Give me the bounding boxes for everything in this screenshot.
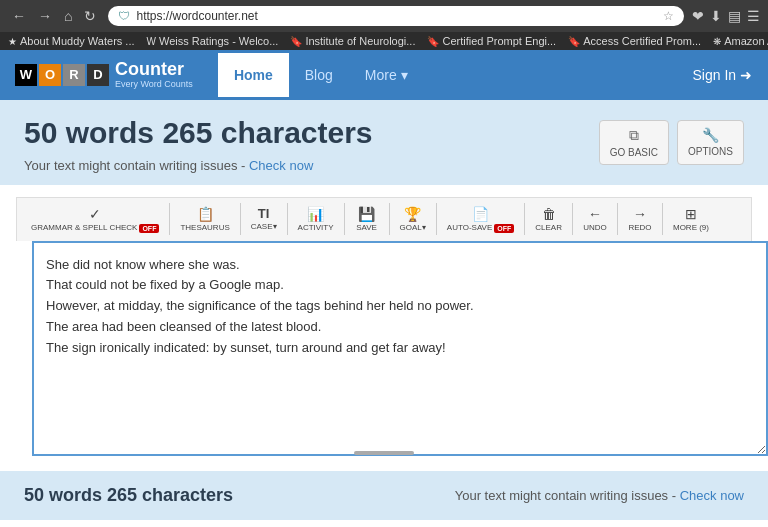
activity-label: ACTIVITY bbox=[298, 224, 334, 233]
bookmark-label-5: Access Certified Prom... bbox=[583, 35, 701, 47]
options-icon: 🔧 bbox=[702, 127, 719, 143]
site-logo[interactable]: W O R D Counter Every Word Counts bbox=[0, 50, 208, 100]
bookmarks-bar: ★ About Muddy Waters ... W Weiss Ratings… bbox=[0, 32, 768, 50]
divider-8 bbox=[572, 203, 573, 235]
case-icon: TI bbox=[258, 206, 270, 221]
footer-issues: Your text might contain writing issues -… bbox=[455, 488, 744, 503]
options-label: OPTIONS bbox=[688, 146, 733, 157]
menu-icon[interactable]: ☰ bbox=[747, 8, 760, 24]
thesaurus-button[interactable]: 📋 THESAURUS bbox=[174, 202, 235, 237]
security-icon: 🛡 bbox=[118, 9, 130, 23]
go-basic-button[interactable]: ⧉ GO BASIC bbox=[599, 120, 669, 165]
redo-icon: → bbox=[633, 206, 647, 222]
more-button[interactable]: ⊞ MORE (9) bbox=[667, 202, 715, 237]
bookmark-icon-6: ❋ bbox=[713, 36, 721, 47]
bookmark-weiss[interactable]: W Weiss Ratings - Welco... bbox=[147, 35, 279, 47]
undo-button[interactable]: ← UNDO bbox=[577, 202, 613, 237]
home-button[interactable]: ⌂ bbox=[60, 6, 76, 26]
footer-issues-prefix: Your text might contain writing issues - bbox=[455, 488, 680, 503]
auto-save-badge: OFF bbox=[494, 224, 514, 233]
check-now-link[interactable]: Check now bbox=[249, 158, 313, 173]
bookmark-label-6: Amazon Ads fo... bbox=[724, 35, 768, 47]
bookmark-icon-3: 🔖 bbox=[290, 36, 302, 47]
logo-o: O bbox=[39, 64, 61, 86]
url-text: https://wordcounter.net bbox=[136, 9, 657, 23]
divider-7 bbox=[524, 203, 525, 235]
logo-d: D bbox=[87, 64, 109, 86]
bookmark-icon-2: W bbox=[147, 36, 156, 47]
pocket-icon[interactable]: ❤ bbox=[692, 8, 704, 24]
bookmark-neuro[interactable]: 🔖 Institute of Neurologi... bbox=[290, 35, 415, 47]
goal-label: GOAL▾ bbox=[400, 224, 426, 233]
footer-stats: 50 words 265 characters Your text might … bbox=[0, 471, 768, 520]
nav-buttons: ← → ⌂ ↻ bbox=[8, 6, 100, 26]
check-icon: ✓ bbox=[89, 206, 101, 222]
bookmark-access[interactable]: 🔖 Access Certified Prom... bbox=[568, 35, 701, 47]
bookmark-amazon[interactable]: ❋ Amazon Ads fo... bbox=[713, 35, 768, 47]
nav-blog[interactable]: Blog bbox=[289, 53, 349, 97]
logo-word: W O R D bbox=[15, 64, 109, 86]
library-icon[interactable]: ▤ bbox=[728, 8, 741, 24]
address-bar[interactable]: 🛡 https://wordcounter.net ☆ bbox=[108, 6, 684, 26]
forward-button[interactable]: → bbox=[34, 6, 56, 26]
bookmark-prompt[interactable]: 🔖 Certified Prompt Engi... bbox=[427, 35, 556, 47]
writing-issues-text: Your text might contain writing issues -… bbox=[24, 158, 373, 173]
divider-2 bbox=[240, 203, 241, 235]
divider-3 bbox=[287, 203, 288, 235]
stats-header-left: 50 words 265 characters Your text might … bbox=[24, 116, 373, 173]
divider-4 bbox=[344, 203, 345, 235]
logo-counter: Counter bbox=[115, 60, 193, 80]
sign-in-button[interactable]: Sign In ➜ bbox=[677, 53, 768, 97]
editor-wrapper: She did not know where she was. That cou… bbox=[16, 241, 752, 459]
save-label: SAVE bbox=[356, 224, 377, 233]
redo-label: REDO bbox=[628, 224, 651, 233]
auto-save-icon: 📄 bbox=[472, 206, 489, 222]
auto-save-label: AUTO-SAVE bbox=[447, 224, 493, 233]
auto-save-button[interactable]: 📄 AUTO-SAVE OFF bbox=[441, 202, 521, 237]
refresh-button[interactable]: ↻ bbox=[80, 6, 100, 26]
footer-check-now-link[interactable]: Check now bbox=[680, 488, 744, 503]
goal-icon: 🏆 bbox=[404, 206, 421, 222]
download-icon[interactable]: ⬇ bbox=[710, 8, 722, 24]
case-label: CASE▾ bbox=[251, 223, 277, 232]
bookmark-icon[interactable]: ☆ bbox=[663, 9, 674, 23]
undo-label: UNDO bbox=[583, 224, 607, 233]
bookmark-about-muddy[interactable]: ★ About Muddy Waters ... bbox=[8, 35, 135, 47]
nav-more[interactable]: More ▾ bbox=[349, 53, 424, 97]
goal-button[interactable]: 🏆 GOAL▾ bbox=[394, 202, 432, 237]
browser-actions: ❤ ⬇ ▤ ☰ bbox=[692, 8, 760, 24]
case-button[interactable]: TI CASE▾ bbox=[245, 202, 283, 236]
bookmark-label-3: Institute of Neurologi... bbox=[305, 35, 415, 47]
bookmark-label-1: About Muddy Waters ... bbox=[20, 35, 135, 47]
footer-stats-title: 50 words 265 characters bbox=[24, 485, 233, 506]
redo-button[interactable]: → REDO bbox=[622, 202, 658, 237]
thesaurus-label: THESAURUS bbox=[180, 224, 229, 233]
auto-save-label-row: AUTO-SAVE OFF bbox=[447, 224, 515, 233]
browser-chrome: ← → ⌂ ↻ 🛡 https://wordcounter.net ☆ ❤ ⬇ … bbox=[0, 0, 768, 32]
grammar-label-row: GRAMMAR & SPELL CHECK OFF bbox=[31, 224, 159, 233]
nav-links: Home Blog More ▾ bbox=[218, 53, 424, 97]
go-basic-label: GO BASIC bbox=[610, 147, 658, 158]
nav-home[interactable]: Home bbox=[218, 53, 289, 97]
logo-tagline: Every Word Counts bbox=[115, 80, 193, 90]
stats-title: 50 words 265 characters bbox=[24, 116, 373, 150]
site-nav: W O R D Counter Every Word Counts Home B… bbox=[0, 50, 768, 100]
divider-6 bbox=[436, 203, 437, 235]
divider-1 bbox=[169, 203, 170, 235]
grammar-spell-check-button[interactable]: ✓ GRAMMAR & SPELL CHECK OFF bbox=[25, 202, 165, 237]
grammar-label: GRAMMAR & SPELL CHECK bbox=[31, 224, 137, 233]
scroll-indicator bbox=[354, 451, 414, 455]
header-buttons: ⧉ GO BASIC 🔧 OPTIONS bbox=[599, 120, 744, 165]
clear-button[interactable]: 🗑 CLEAR bbox=[529, 202, 568, 237]
save-button[interactable]: 💾 SAVE bbox=[349, 202, 385, 237]
editor-textarea[interactable]: She did not know where she was. That cou… bbox=[32, 241, 768, 456]
bookmark-icon-5: 🔖 bbox=[568, 36, 580, 47]
divider-10 bbox=[662, 203, 663, 235]
clear-icon: 🗑 bbox=[542, 206, 556, 222]
back-button[interactable]: ← bbox=[8, 6, 30, 26]
options-button[interactable]: 🔧 OPTIONS bbox=[677, 120, 744, 165]
go-basic-icon: ⧉ bbox=[629, 127, 639, 144]
clear-label: CLEAR bbox=[535, 224, 562, 233]
save-icon: 💾 bbox=[358, 206, 375, 222]
activity-button[interactable]: 📊 ACTIVITY bbox=[292, 202, 340, 237]
